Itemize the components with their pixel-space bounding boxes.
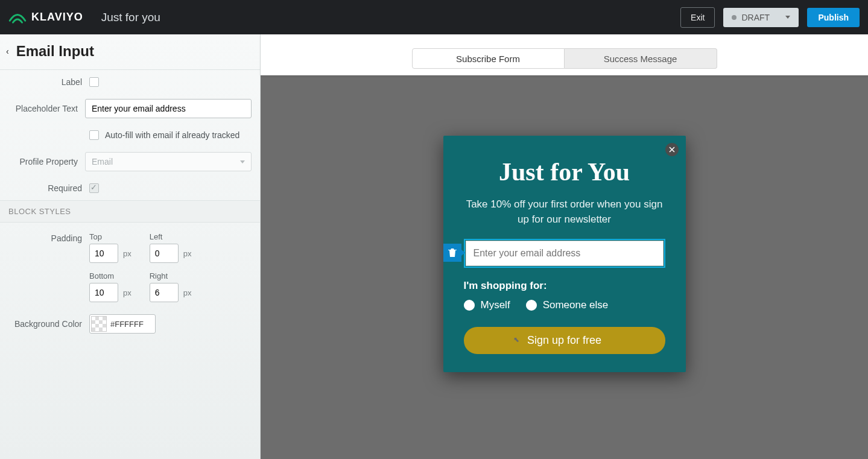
padding-top-label: Top — [89, 232, 131, 241]
label-field-label: Label — [8, 77, 89, 87]
top-bar: KLAVIYO Just for you Exit DRAFT Publish — [0, 0, 868, 34]
radio-myself[interactable]: Myself — [464, 299, 510, 311]
chevron-down-icon — [785, 16, 790, 19]
padding-right-input[interactable] — [150, 283, 179, 302]
klaviyo-logo-icon — [8, 11, 27, 24]
label-checkbox[interactable] — [89, 77, 99, 87]
bgcolor-hex: #FFFFFF — [110, 320, 144, 329]
canvas-area: Subscribe Form Success Message Just for … — [261, 34, 868, 459]
status-dot-icon — [732, 15, 737, 20]
status-dropdown[interactable]: DRAFT — [723, 8, 799, 27]
radio-icon — [464, 300, 475, 311]
trash-icon — [448, 248, 457, 258]
padding-top-input[interactable] — [89, 244, 118, 263]
brand-logo: KLAVIYO — [8, 11, 83, 24]
back-chevron-icon[interactable]: ‹ — [4, 45, 11, 57]
profile-property-value: Email — [92, 157, 113, 166]
bgcolor-label: Background Color — [8, 319, 89, 329]
close-button[interactable] — [665, 143, 679, 156]
radio-icon — [526, 300, 537, 311]
unit-label: px — [183, 288, 192, 297]
tab-subscribe-form[interactable]: Subscribe Form — [412, 48, 565, 69]
placeholder-field-label: Placeholder Text — [8, 104, 85, 113]
padding-left-input[interactable] — [150, 244, 179, 263]
block-styles-header: BLOCK STYLES — [0, 200, 260, 223]
unit-label: px — [183, 249, 192, 258]
brand-text: KLAVIYO — [31, 11, 83, 24]
publish-button[interactable]: Publish — [807, 8, 860, 27]
sidebar-title: Email Input — [16, 43, 94, 60]
chevron-down-icon — [240, 160, 245, 163]
radio-someone-else[interactable]: Someone else — [526, 299, 609, 311]
status-label: DRAFT — [741, 13, 770, 22]
shopping-for-label: I'm shopping for: — [464, 280, 665, 292]
email-block-selected[interactable]: ⬉ — [464, 239, 665, 268]
unit-label: px — [123, 288, 131, 297]
sidebar-panel: ‹ Email Input Label Placeholder Text Aut… — [0, 34, 261, 459]
radio-myself-label: Myself — [481, 299, 510, 311]
padding-label: Padding — [8, 232, 89, 243]
bgcolor-picker[interactable]: #FFFFFF — [89, 314, 156, 334]
autofill-checkbox[interactable] — [89, 130, 99, 140]
color-swatch-icon — [91, 316, 107, 332]
delete-block-button[interactable] — [443, 244, 461, 262]
autofill-label: Auto-fill with email if already tracked — [105, 130, 239, 140]
padding-left-label: Left — [150, 232, 192, 241]
popup-preview: Just for You Take 10% off your first ord… — [443, 136, 686, 372]
required-checkbox[interactable] — [89, 183, 99, 193]
profile-property-select[interactable]: Email — [85, 152, 252, 171]
preview-tab-bar: Subscribe Form Success Message — [261, 34, 868, 75]
padding-right-label: Right — [150, 271, 192, 280]
signup-button[interactable]: Sign up for free — [464, 327, 665, 354]
placeholder-text-input[interactable] — [85, 99, 252, 118]
required-label: Required — [8, 183, 89, 193]
radio-someone-label: Someone else — [543, 299, 609, 311]
form-name: Just for you — [101, 11, 160, 24]
popup-title: Just for You — [464, 157, 665, 186]
exit-button[interactable]: Exit — [680, 7, 715, 28]
popup-subtitle: Take 10% off your first order when you s… — [464, 197, 665, 227]
tab-success-message[interactable]: Success Message — [565, 48, 717, 69]
padding-bottom-label: Bottom — [89, 271, 131, 280]
close-icon — [669, 147, 675, 153]
unit-label: px — [123, 249, 131, 258]
preview-email-input[interactable] — [466, 241, 664, 266]
padding-bottom-input[interactable] — [89, 283, 118, 302]
profile-property-label: Profile Property — [8, 157, 85, 166]
